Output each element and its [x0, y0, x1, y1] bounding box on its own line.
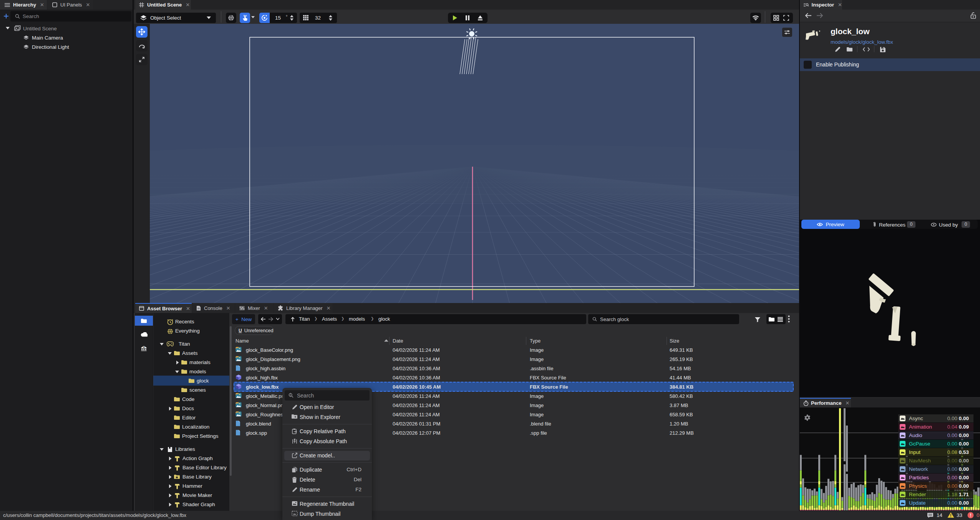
- svg-text:M: M: [143, 346, 144, 348]
